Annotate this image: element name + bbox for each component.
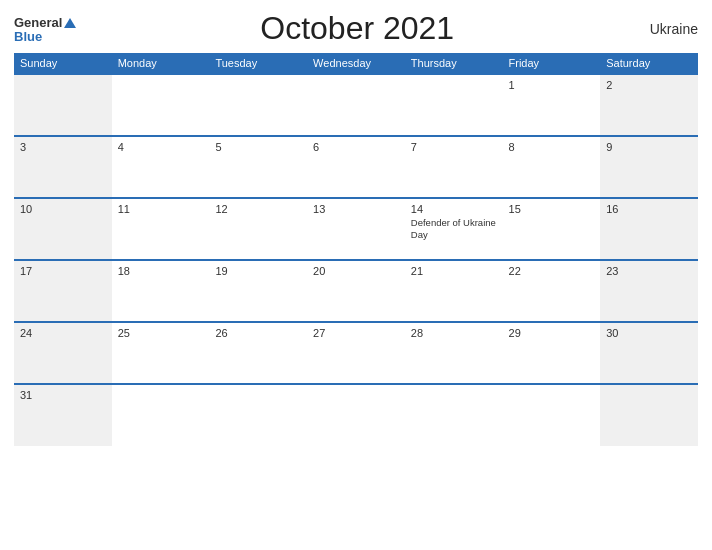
day-number: 30 [606, 327, 692, 339]
weekday-header-friday: Friday [503, 53, 601, 74]
day-number: 13 [313, 203, 399, 215]
calendar-cell [209, 74, 307, 136]
calendar-week-4: 24252627282930 [14, 322, 698, 384]
day-number: 23 [606, 265, 692, 277]
calendar-cell: 14Defender of Ukraine Day [405, 198, 503, 260]
day-number: 3 [20, 141, 106, 153]
calendar-cell: 4 [112, 136, 210, 198]
calendar-cell [112, 74, 210, 136]
day-number: 10 [20, 203, 106, 215]
calendar-cell: 24 [14, 322, 112, 384]
calendar-week-1: 3456789 [14, 136, 698, 198]
logo-triangle-icon [64, 18, 76, 28]
calendar-cell: 23 [600, 260, 698, 322]
weekday-header-monday: Monday [112, 53, 210, 74]
day-number: 18 [118, 265, 204, 277]
day-number: 20 [313, 265, 399, 277]
day-number: 14 [411, 203, 497, 215]
calendar-cell [600, 384, 698, 446]
calendar-cell [14, 74, 112, 136]
calendar-cell: 28 [405, 322, 503, 384]
calendar-cell: 30 [600, 322, 698, 384]
calendar-cell: 9 [600, 136, 698, 198]
calendar-cell [209, 384, 307, 446]
weekday-header-thursday: Thursday [405, 53, 503, 74]
calendar-cell: 15 [503, 198, 601, 260]
calendar-week-2: 1011121314Defender of Ukraine Day1516 [14, 198, 698, 260]
day-number: 22 [509, 265, 595, 277]
day-number: 5 [215, 141, 301, 153]
calendar-week-0: 12 [14, 74, 698, 136]
calendar-cell: 27 [307, 322, 405, 384]
day-number: 6 [313, 141, 399, 153]
day-number: 17 [20, 265, 106, 277]
calendar-cell: 3 [14, 136, 112, 198]
calendar-cell: 25 [112, 322, 210, 384]
day-number: 28 [411, 327, 497, 339]
day-number: 8 [509, 141, 595, 153]
day-number: 4 [118, 141, 204, 153]
calendar-cell: 11 [112, 198, 210, 260]
day-number: 1 [509, 79, 595, 91]
day-number: 16 [606, 203, 692, 215]
calendar-cell: 26 [209, 322, 307, 384]
logo-blue-text: Blue [14, 30, 42, 43]
day-number: 2 [606, 79, 692, 91]
logo-line1: General [14, 14, 76, 30]
calendar-week-3: 17181920212223 [14, 260, 698, 322]
calendar-cell: 19 [209, 260, 307, 322]
day-number: 11 [118, 203, 204, 215]
calendar-cell: 7 [405, 136, 503, 198]
day-number: 24 [20, 327, 106, 339]
calendar-cell: 16 [600, 198, 698, 260]
calendar-cell [405, 384, 503, 446]
calendar-table: SundayMondayTuesdayWednesdayThursdayFrid… [14, 53, 698, 446]
weekday-header-saturday: Saturday [600, 53, 698, 74]
calendar-cell: 8 [503, 136, 601, 198]
weekday-header-tuesday: Tuesday [209, 53, 307, 74]
day-number: 26 [215, 327, 301, 339]
calendar-cell [307, 74, 405, 136]
calendar-week-5: 31 [14, 384, 698, 446]
day-number: 29 [509, 327, 595, 339]
calendar-cell: 6 [307, 136, 405, 198]
day-number: 19 [215, 265, 301, 277]
logo-general-text: General [14, 15, 62, 30]
calendar-cell: 10 [14, 198, 112, 260]
logo: General Blue [14, 14, 76, 43]
calendar-cell: 2 [600, 74, 698, 136]
calendar-cell: 18 [112, 260, 210, 322]
calendar-cell: 13 [307, 198, 405, 260]
calendar-cell: 29 [503, 322, 601, 384]
month-title: October 2021 [76, 10, 638, 47]
day-number: 7 [411, 141, 497, 153]
calendar-cell: 12 [209, 198, 307, 260]
calendar-cell [405, 74, 503, 136]
day-number: 9 [606, 141, 692, 153]
day-number: 27 [313, 327, 399, 339]
calendar-cell: 20 [307, 260, 405, 322]
day-number: 31 [20, 389, 106, 401]
calendar-cell [112, 384, 210, 446]
country-label: Ukraine [638, 21, 698, 37]
calendar-cell: 5 [209, 136, 307, 198]
calendar-page: General Blue October 2021 Ukraine Sunday… [0, 0, 712, 550]
weekday-header-sunday: Sunday [14, 53, 112, 74]
calendar-cell: 31 [14, 384, 112, 446]
weekday-header-row: SundayMondayTuesdayWednesdayThursdayFrid… [14, 53, 698, 74]
header: General Blue October 2021 Ukraine [14, 10, 698, 47]
day-number: 25 [118, 327, 204, 339]
calendar-cell [503, 384, 601, 446]
calendar-cell: 17 [14, 260, 112, 322]
calendar-cell: 21 [405, 260, 503, 322]
calendar-cell [307, 384, 405, 446]
event-label: Defender of Ukraine Day [411, 217, 497, 242]
day-number: 12 [215, 203, 301, 215]
day-number: 21 [411, 265, 497, 277]
calendar-cell: 22 [503, 260, 601, 322]
weekday-header-wednesday: Wednesday [307, 53, 405, 74]
day-number: 15 [509, 203, 595, 215]
calendar-cell: 1 [503, 74, 601, 136]
